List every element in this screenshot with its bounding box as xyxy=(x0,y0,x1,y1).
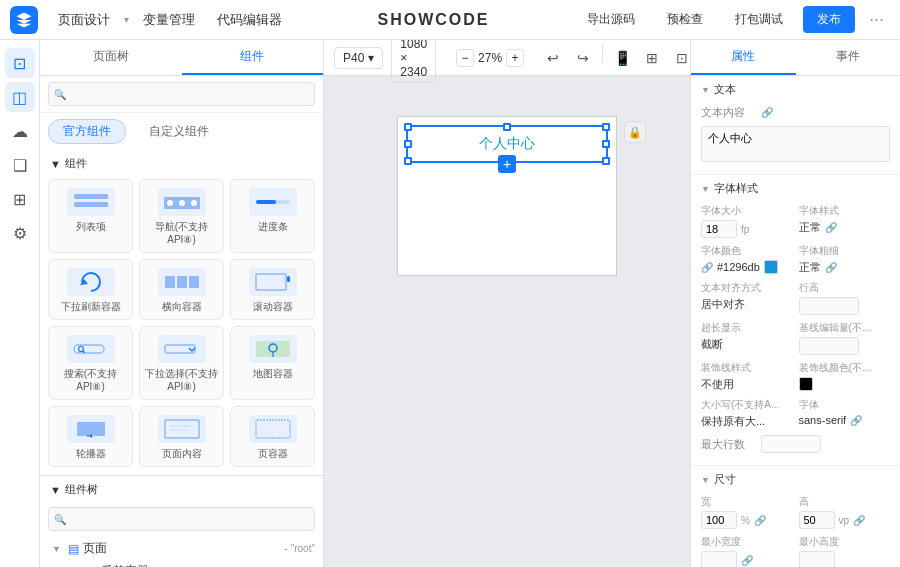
decoration-value: 不使用 xyxy=(701,377,734,392)
width-input[interactable] xyxy=(701,511,737,529)
tab-properties[interactable]: 属性 xyxy=(691,40,796,75)
tree-node-page[interactable]: ▼ ▤ 页面 - "root" xyxy=(40,537,323,560)
publish-btn[interactable]: 发布 xyxy=(803,6,855,33)
align-label: 文本对齐方式 xyxy=(701,281,793,295)
icon-tab-widgets[interactable]: ⊞ xyxy=(5,184,35,214)
comp-map-item[interactable]: 地图容器 xyxy=(230,326,315,400)
font-color-link[interactable]: 🔗 xyxy=(701,262,713,273)
undo-btn[interactable]: ↩ xyxy=(540,45,566,71)
page-view-btn[interactable]: ⊡ xyxy=(669,45,690,71)
comp-scroll-icon xyxy=(249,268,297,296)
device-selector[interactable]: P40 ▾ xyxy=(334,47,383,69)
comp-list-item[interactable]: 列表项 xyxy=(48,179,133,253)
tab-page-tree[interactable]: 页面树 xyxy=(40,40,182,75)
font-color-swatch[interactable] xyxy=(764,260,778,274)
comp-grid: 列表项 导航(不支持API⑧) 进度条 xyxy=(40,175,323,475)
width-label: 宽 xyxy=(701,495,793,509)
comp-row-item[interactable]: 横向容器 xyxy=(139,259,224,320)
font-style-link[interactable]: 🔗 xyxy=(825,222,837,233)
min-height-input[interactable] xyxy=(799,551,835,567)
handle-tr[interactable] xyxy=(602,123,610,131)
canvas-body[interactable]: 个人中心 + 🔒 xyxy=(324,76,690,567)
logo[interactable] xyxy=(10,6,38,34)
handle-ml[interactable] xyxy=(404,140,412,148)
package-debug-btn[interactable]: 打包调试 xyxy=(723,6,795,33)
icon-tab-components[interactable]: ◫ xyxy=(5,82,35,112)
icon-tab-layers[interactable]: ❑ xyxy=(5,150,35,180)
width-link[interactable]: 🔗 xyxy=(754,515,766,526)
comp-refresh-item[interactable]: 下拉刷新容器 xyxy=(48,259,133,320)
font-props-section: 字体样式 字体大小 fp 字体样式 正常 🔗 xyxy=(691,175,900,466)
comp-progress-item[interactable]: 进度条 xyxy=(230,179,315,253)
comp-type-custom[interactable]: 自定义组件 xyxy=(134,119,224,144)
nav-variable-mgmt[interactable]: 变量管理 xyxy=(133,7,205,33)
font-size-label: 字体大小 xyxy=(701,204,793,218)
font-color-value: #1296db xyxy=(717,261,760,273)
baseline-input[interactable] xyxy=(799,337,859,355)
zoom-in-btn[interactable]: + xyxy=(506,49,524,67)
line-height-label: 行高 xyxy=(799,281,891,295)
selection-box[interactable]: 个人中心 + xyxy=(406,125,608,163)
comp-map-label: 地图容器 xyxy=(253,367,293,380)
comp-page-container-item[interactable]: 页容器 xyxy=(230,406,315,467)
comp-nav-item[interactable]: 导航(不支持API⑧) xyxy=(139,179,224,253)
comp-progress-label: 进度条 xyxy=(258,220,288,233)
font-bold-label: 字体粗细 xyxy=(799,244,891,258)
svg-point-24 xyxy=(93,435,95,437)
comp-carousel-item[interactable]: 轮播器 xyxy=(48,406,133,467)
comp-dropdown-item[interactable]: 下拉选择(不支持API⑧) xyxy=(139,326,224,400)
height-input[interactable] xyxy=(799,511,835,529)
height-link[interactable]: 🔗 xyxy=(853,515,865,526)
overflow-label: 超长显示 xyxy=(701,321,793,335)
comp-search-input[interactable] xyxy=(48,82,315,106)
comp-refresh-label: 下拉刷新容器 xyxy=(61,300,121,313)
export-source-btn[interactable]: 导出源码 xyxy=(575,6,647,33)
icon-tab-settings[interactable]: ⚙ xyxy=(5,218,35,248)
nav-code-editor[interactable]: 代码编辑器 xyxy=(207,7,292,33)
handle-tc[interactable] xyxy=(503,123,511,131)
min-width-link[interactable]: 🔗 xyxy=(741,555,753,566)
comp-scroll-item[interactable]: 滚动容器 xyxy=(230,259,315,320)
tab-components[interactable]: 组件 xyxy=(182,40,324,75)
max-rows-input[interactable] xyxy=(761,435,821,453)
font-bold-link[interactable]: 🔗 xyxy=(825,262,837,273)
tree-search-input[interactable] xyxy=(48,507,315,531)
topbar-nav: 页面设计 ▾ 变量管理 代码编辑器 xyxy=(48,7,292,33)
decoration-label: 装饰线样式 xyxy=(701,361,793,375)
pre-check-btn[interactable]: 预检查 xyxy=(655,6,715,33)
comp-page-content-item[interactable]: 页面内容 xyxy=(139,406,224,467)
text-content-input[interactable] xyxy=(701,126,890,162)
redo-btn[interactable]: ↪ xyxy=(570,45,596,71)
nav-page-design[interactable]: 页面设计 xyxy=(48,7,120,33)
tab-events[interactable]: 事件 xyxy=(796,40,901,75)
icon-tab-pages[interactable]: ⊡ xyxy=(5,48,35,78)
comp-search-item[interactable]: 搜索(不支持API⑧) xyxy=(48,326,133,400)
text-content-link-icon[interactable]: 🔗 xyxy=(761,107,773,118)
grid-view-btn[interactable]: ⊞ xyxy=(639,45,665,71)
font-family-value: sans-serif xyxy=(799,414,847,426)
handle-mr[interactable] xyxy=(602,140,610,148)
more-btn[interactable]: ··· xyxy=(863,7,890,32)
handle-br[interactable] xyxy=(602,157,610,165)
min-width-input[interactable] xyxy=(701,551,737,567)
comp-type-official[interactable]: 官方组件 xyxy=(48,119,126,144)
handle-bl[interactable] xyxy=(404,157,412,165)
handle-tl[interactable] xyxy=(404,123,412,131)
tree-node-container[interactable]: ▼ ▥ 番茄容器 - "column1" 👁 xyxy=(40,560,323,567)
icon-tab-assets[interactable]: ☁ xyxy=(5,116,35,146)
min-height-label: 最小高度 xyxy=(799,535,891,549)
add-child-btn[interactable]: + xyxy=(498,155,516,173)
align-value: 居中对齐 xyxy=(701,297,745,312)
decoration-row: 装饰线样式 不使用 装饰线颜色(不... xyxy=(701,361,890,392)
right-panel: 属性 事件 文本 文本内容 🔗 字体样式 字体大小 xyxy=(690,40,900,567)
lock-btn[interactable]: 🔒 xyxy=(624,121,646,143)
font-style-col: 字体样式 正常 🔗 xyxy=(799,204,891,238)
svg-point-4 xyxy=(179,200,185,206)
font-family-link[interactable]: 🔗 xyxy=(850,415,862,426)
font-section-title: 字体样式 xyxy=(701,181,890,196)
line-height-input[interactable] xyxy=(799,297,859,315)
zoom-out-btn[interactable]: − xyxy=(456,49,474,67)
phone-view-btn[interactable]: 📱 xyxy=(609,45,635,71)
decoration-color-swatch[interactable] xyxy=(799,377,813,391)
font-size-input[interactable] xyxy=(701,220,737,238)
